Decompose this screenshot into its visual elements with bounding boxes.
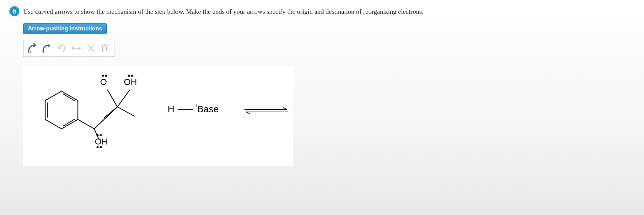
svg-point-1 — [30, 51, 31, 53]
h-base-species: H +Base — [168, 104, 219, 114]
arrow-pushing-instructions-button[interactable]: Arrow-pushing Instructions — [23, 23, 107, 34]
svg-point-0 — [28, 51, 29, 53]
svg-line-19 — [117, 90, 130, 107]
trash-icon — [101, 43, 110, 53]
equilibrium-arrow-icon — [243, 106, 290, 116]
undo-tool[interactable] — [70, 42, 83, 55]
atom-label-oh-bottom: ● ● OH ● ● — [95, 137, 108, 147]
undo-icon — [71, 45, 81, 51]
single-arrow-icon — [42, 43, 53, 54]
atom-label-oh-right: ● ● :OH — [123, 77, 137, 87]
trash-tool[interactable] — [99, 42, 111, 55]
svg-line-13 — [63, 94, 75, 101]
svg-line-14 — [63, 119, 75, 126]
svg-line-21 — [117, 107, 135, 116]
delete-tool[interactable] — [84, 42, 97, 55]
double-arrow-icon — [27, 43, 39, 54]
svg-line-20 — [104, 107, 117, 118]
redo-tool[interactable] — [56, 42, 68, 55]
svg-point-2 — [43, 51, 44, 53]
close-icon — [86, 44, 95, 53]
drawing-toolbar — [23, 40, 115, 57]
double-headed-arrow-tool[interactable] — [27, 42, 39, 55]
question-bullet: b — [9, 6, 19, 16]
prompt-text: Use curved arrows to show the mechanism … — [23, 6, 423, 17]
single-headed-arrow-tool[interactable] — [41, 42, 54, 55]
svg-line-18 — [107, 90, 117, 107]
redo-icon — [57, 43, 67, 53]
molecule-structure — [26, 69, 158, 157]
reaction-canvas[interactable]: ● ● O: ● ● :OH ● ● OH ● ● H +Base — [23, 66, 293, 166]
svg-line-15 — [78, 119, 94, 129]
atom-label-o: ● ● O: — [100, 77, 108, 87]
